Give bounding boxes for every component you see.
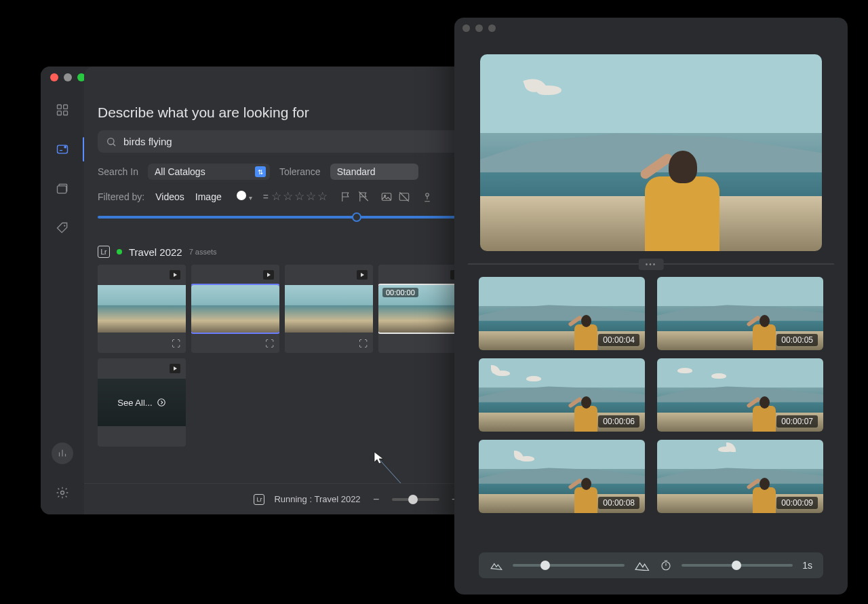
frame-timecode: 00:00:08: [598, 497, 639, 509]
preview-hero[interactable]: [480, 54, 822, 251]
svg-point-9: [108, 138, 114, 144]
bird-graphic: [525, 77, 572, 105]
slider-knob[interactable]: [408, 495, 418, 504]
library-icon[interactable]: [52, 178, 73, 200]
result-thumb[interactable]: ⛶: [285, 265, 373, 353]
expand-icon[interactable]: ⛶: [265, 339, 274, 349]
svg-point-7: [64, 225, 65, 227]
thumb-size-small-icon: [490, 561, 503, 570]
frame-thumb[interactable]: 00:00:04: [479, 277, 645, 350]
lightroom-badge-icon: Lr: [254, 494, 264, 505]
search-in-value: All Catalogs: [155, 166, 205, 177]
thumb-size-large-icon: [634, 560, 650, 571]
search-icon: [106, 136, 117, 147]
play-icon: [263, 270, 274, 280]
expand-icon[interactable]: ⛶: [172, 339, 180, 349]
rating-filter[interactable]: =☆☆☆☆☆: [263, 189, 329, 204]
svg-rect-6: [58, 186, 66, 193]
select-updown-icon: ⇅: [255, 166, 266, 177]
search-in-select[interactable]: All Catalogs ⇅: [148, 164, 270, 180]
lightroom-badge-icon: Lr: [98, 246, 110, 258]
preview-window: ••• 00:00:04 00:00:05 00:00:06 00:00:07: [454, 18, 848, 594]
frame-thumb[interactable]: 00:00:09: [657, 440, 823, 513]
result-thumb[interactable]: 00:00:00: [378, 265, 467, 353]
see-all-button[interactable]: See All...: [98, 358, 186, 447]
svg-rect-1: [64, 105, 68, 109]
catalog-title: Travel 2022: [129, 246, 182, 258]
result-thumb[interactable]: ⛶: [191, 265, 279, 353]
frame-timecode: 00:00:06: [598, 415, 639, 428]
frame-timecode: 00:00:07: [776, 415, 818, 428]
search-in-label: Search In: [98, 166, 138, 177]
cursor-pointer-icon: [374, 451, 384, 464]
svg-point-15: [157, 399, 165, 407]
filter-image[interactable]: Image: [195, 191, 222, 202]
expand-icon[interactable]: ⛶: [359, 339, 368, 349]
svg-rect-2: [58, 111, 62, 115]
svg-rect-0: [58, 105, 62, 109]
flag-filter[interactable]: [340, 191, 370, 203]
frame-grid: 00:00:04 00:00:05 00:00:06 00:00:07 00:0…: [479, 277, 823, 513]
zoom-out-button[interactable]: −: [370, 493, 382, 506]
interval-icon: [660, 559, 672, 571]
result-thumb[interactable]: ⛶: [98, 265, 186, 353]
frame-thumb[interactable]: 00:00:08: [479, 440, 645, 513]
preview-footer: 1s: [479, 552, 823, 578]
tag-icon[interactable]: [52, 217, 73, 239]
svg-point-5: [64, 146, 66, 149]
minimize-window-dot[interactable]: [64, 73, 72, 81]
play-icon: [170, 270, 180, 280]
window-dot[interactable]: [488, 24, 496, 32]
location-filter[interactable]: [421, 191, 433, 203]
frame-timecode: 00:00:05: [776, 334, 818, 346]
drag-dots-icon: •••: [639, 259, 664, 270]
settings-gear-icon[interactable]: [52, 482, 73, 504]
preview-traffic-lights: [454, 18, 848, 38]
catalog-asset-count: 7 assets: [189, 248, 217, 256]
svg-point-8: [61, 491, 64, 495]
svg-rect-3: [64, 111, 68, 115]
thumb-size-slider[interactable]: [392, 498, 439, 501]
filtered-by-label: Filtered by:: [98, 191, 144, 202]
tolerance-label: Tolerance: [279, 166, 321, 177]
window-dot[interactable]: [462, 24, 470, 32]
dashboard-icon[interactable]: [52, 99, 73, 121]
orientation-filter[interactable]: [380, 191, 410, 203]
interval-value: 1s: [802, 560, 812, 571]
slider-knob[interactable]: [732, 561, 741, 570]
tolerance-value: Standard: [337, 166, 376, 177]
close-window-dot[interactable]: [50, 73, 58, 81]
frame-thumb[interactable]: 00:00:05: [657, 277, 823, 350]
filter-videos[interactable]: Videos: [155, 191, 184, 202]
relevance-slider-handle[interactable]: [352, 212, 361, 222]
frame-thumb[interactable]: 00:00:06: [479, 358, 645, 432]
play-icon: [357, 270, 368, 280]
thumb-size-slider[interactable]: [513, 564, 625, 567]
catalog-online-dot: [117, 249, 122, 254]
chevron-right-circle-icon: [157, 398, 166, 407]
panel-drag-handle[interactable]: •••: [468, 263, 834, 265]
footer-status: Running : Travel 2022: [274, 494, 360, 504]
frame-timecode: 00:00:09: [776, 497, 818, 509]
color-label-filter[interactable]: ▾: [233, 191, 252, 202]
stats-icon[interactable]: [52, 442, 73, 464]
person-graphic: [631, 115, 733, 251]
ai-search-icon[interactable]: [52, 138, 73, 160]
frame-thumb[interactable]: 00:00:07: [657, 358, 823, 432]
frame-timecode: 00:00:04: [598, 334, 639, 346]
interval-slider[interactable]: [682, 564, 793, 567]
tolerance-select[interactable]: Standard: [330, 164, 418, 180]
slider-knob[interactable]: [540, 561, 550, 570]
svg-point-13: [426, 193, 429, 196]
see-all-label: See All...: [117, 398, 152, 408]
thumb-timecode: 00:00:00: [382, 288, 418, 297]
window-dot[interactable]: [475, 24, 483, 32]
left-sidebar: [41, 67, 84, 514]
